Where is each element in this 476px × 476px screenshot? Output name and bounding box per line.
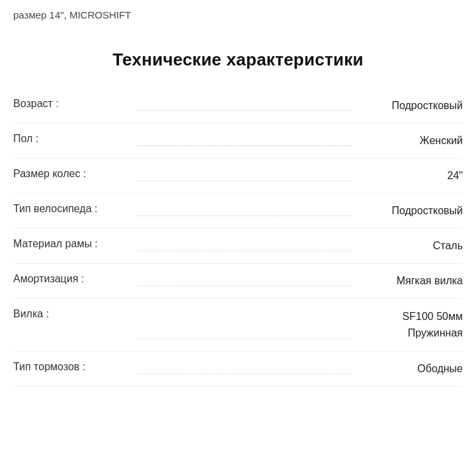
spec-value-brakes: Ободные — [357, 361, 463, 377]
spec-value-wheel: 24" — [357, 168, 463, 184]
spec-dots-frame — [138, 251, 352, 251]
spec-value-frame: Сталь — [357, 238, 463, 254]
spec-label-brakes: Тип тормозов : — [13, 361, 132, 373]
spec-label-wheel: Размер колес : — [13, 168, 132, 180]
spec-dots-amort — [138, 286, 352, 286]
spec-dots-type — [138, 216, 352, 216]
spec-row-gender: Пол :Женский — [13, 124, 463, 159]
spec-row-fork: Вилка :SF100 50ммПружинная — [13, 299, 463, 352]
spec-row-brakes: Тип тормозов :Ободные — [13, 352, 463, 387]
spec-dots-gender — [138, 145, 352, 146]
spec-row-type: Тип велосипеда :Подростковый — [13, 194, 463, 229]
spec-label-frame: Материал рамы : — [13, 238, 132, 250]
spec-dots-wheel — [138, 180, 352, 181]
page-container: размер 14", MICROSHIFT Технические харак… — [0, 0, 476, 476]
spec-label-fork: Вилка : — [13, 308, 132, 320]
spec-value-amort: Мягкая вилка — [357, 273, 463, 289]
spec-row-wheel: Размер колес :24" — [13, 159, 463, 194]
spec-dots-age — [138, 110, 352, 111]
spec-label-age: Возраст : — [13, 98, 132, 110]
top-subtitle: размер 14", MICROSHIFT — [13, 0, 463, 28]
spec-dots-brakes — [138, 374, 352, 374]
spec-value-type: Подростковый — [357, 203, 463, 219]
spec-row-amort: Амортизация :Мягкая вилка — [13, 264, 463, 299]
spec-value-gender: Женский — [357, 133, 463, 149]
spec-row-frame: Материал рамы :Сталь — [13, 229, 463, 264]
spec-label-amort: Амортизация : — [13, 273, 132, 285]
spec-label-gender: Пол : — [13, 133, 132, 145]
spec-label-type: Тип велосипеда : — [13, 203, 132, 215]
spec-dots-fork — [138, 338, 352, 339]
specs-list: Возраст :ПодростковыйПол :ЖенскийРазмер … — [13, 89, 463, 387]
spec-value-fork: SF100 50ммПружинная — [357, 308, 463, 342]
spec-row-age: Возраст :Подростковый — [13, 89, 463, 124]
spec-value-age: Подростковый — [357, 98, 463, 114]
section-title: Технические характеристики — [13, 50, 463, 70]
